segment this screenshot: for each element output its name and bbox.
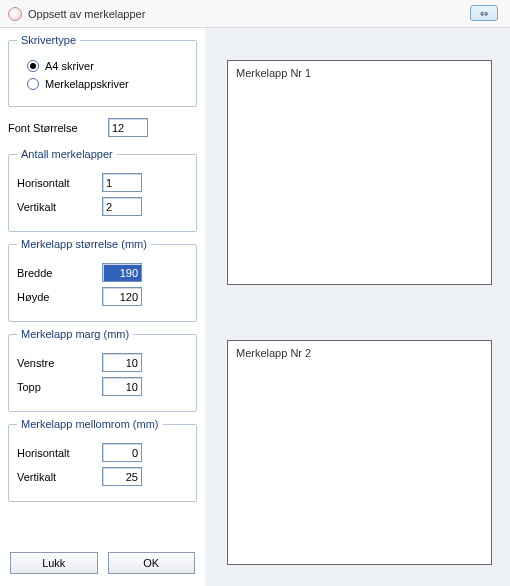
label-spacing-group: Merkelapp mellomrom (mm) Horisontalt Ver…	[8, 418, 197, 502]
ok-button[interactable]: OK	[108, 552, 196, 574]
preview-label-2: Merkelapp Nr 2	[227, 340, 492, 565]
radio-labelprinter-row[interactable]: Merkelappskriver	[27, 78, 188, 90]
font-size-row: Font Størrelse	[8, 118, 197, 137]
spacing-horiz-input[interactable]	[102, 443, 142, 462]
size-width-label: Bredde	[17, 267, 102, 279]
count-vert-row: Vertikalt	[17, 197, 188, 216]
expand-icon[interactable]: ⇔	[470, 5, 498, 21]
app-icon	[8, 7, 22, 21]
count-horiz-label: Horisontalt	[17, 177, 102, 189]
titlebar: Oppsett av merkelapper ⇔	[0, 0, 510, 28]
font-size-input[interactable]	[108, 118, 148, 137]
spacing-vert-input[interactable]	[102, 467, 142, 486]
radio-a4-label: A4 skriver	[45, 60, 94, 72]
printer-type-group: Skrivertype A4 skriver Merkelappskriver	[8, 34, 197, 107]
client-area: Skrivertype A4 skriver Merkelappskriver …	[0, 28, 510, 586]
count-horiz-input[interactable]	[102, 173, 142, 192]
radio-a4[interactable]	[27, 60, 39, 72]
dialog-buttons: Lukk OK	[8, 548, 197, 580]
settings-panel: Skrivertype A4 skriver Merkelappskriver …	[0, 28, 205, 586]
label-count-group: Antall merkelapper Horisontalt Vertikalt	[8, 148, 197, 232]
size-height-input[interactable]	[102, 287, 142, 306]
margin-top-label: Topp	[17, 381, 102, 393]
size-width-row: Bredde	[17, 263, 188, 282]
spacing-horiz-label: Horisontalt	[17, 447, 102, 459]
window-title: Oppsett av merkelapper	[28, 8, 145, 20]
label-margin-group: Merkelapp marg (mm) Venstre Topp	[8, 328, 197, 412]
size-height-row: Høyde	[17, 287, 188, 306]
label-margin-legend: Merkelapp marg (mm)	[17, 328, 133, 340]
spacing-vert-label: Vertikalt	[17, 471, 102, 483]
preview-label-1-text: Merkelapp Nr 1	[236, 67, 311, 79]
radio-labelprinter[interactable]	[27, 78, 39, 90]
count-vert-input[interactable]	[102, 197, 142, 216]
margin-left-row: Venstre	[17, 353, 188, 372]
label-size-legend: Merkelapp størrelse (mm)	[17, 238, 151, 250]
margin-left-label: Venstre	[17, 357, 102, 369]
font-size-label: Font Størrelse	[8, 122, 108, 134]
label-count-legend: Antall merkelapper	[17, 148, 117, 160]
count-horiz-row: Horisontalt	[17, 173, 188, 192]
label-spacing-legend: Merkelapp mellomrom (mm)	[17, 418, 163, 430]
count-vert-label: Vertikalt	[17, 201, 102, 213]
margin-top-input[interactable]	[102, 377, 142, 396]
printer-type-legend: Skrivertype	[17, 34, 80, 46]
radio-dot-icon	[30, 63, 36, 69]
preview-label-1: Merkelapp Nr 1	[227, 60, 492, 285]
spacing-horiz-row: Horisontalt	[17, 443, 188, 462]
close-button[interactable]: Lukk	[10, 552, 98, 574]
size-width-input[interactable]	[102, 263, 142, 282]
preview-label-2-text: Merkelapp Nr 2	[236, 347, 311, 359]
preview-panel: Merkelapp Nr 1 Merkelapp Nr 2	[205, 28, 510, 586]
label-size-group: Merkelapp størrelse (mm) Bredde Høyde	[8, 238, 197, 322]
double-arrow-glyph: ⇔	[480, 8, 488, 19]
radio-a4-row[interactable]: A4 skriver	[27, 60, 188, 72]
margin-top-row: Topp	[17, 377, 188, 396]
radio-labelprinter-label: Merkelappskriver	[45, 78, 129, 90]
spacing-vert-row: Vertikalt	[17, 467, 188, 486]
margin-left-input[interactable]	[102, 353, 142, 372]
size-height-label: Høyde	[17, 291, 102, 303]
